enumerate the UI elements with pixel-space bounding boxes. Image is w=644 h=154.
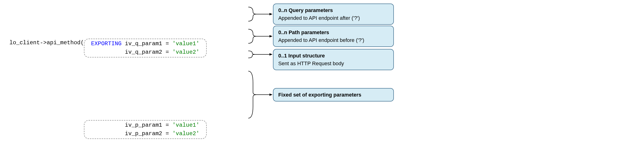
q-param2-value: 'value2' — [172, 49, 200, 55]
q-param1-value: 'value1' — [172, 41, 200, 47]
p-param1-value: 'value1' — [172, 122, 200, 128]
q-param2-name: iv_q_param2 — [125, 49, 162, 55]
callout-title: Fixed set of exporting parameters — [278, 91, 389, 99]
exporting-params-callout: Fixed set of exporting parameters — [273, 88, 394, 101]
p-param2-name: iv_p_param2 — [125, 130, 162, 137]
callout-subtitle: Appended to API endpoint after ('?') — [278, 14, 389, 22]
callout-column: 0..n Query parameters Appended to API en… — [247, 5, 394, 120]
svg-marker-1 — [270, 13, 272, 15]
method-call-prefix: lo_client->api_method( — [10, 39, 84, 57]
path-params-box: iv_p_param1 = 'value1' iv_p_param2 = 'va… — [84, 120, 207, 139]
svg-marker-5 — [270, 53, 272, 56]
q-param1-name: iv_q_param1 — [125, 41, 162, 47]
svg-marker-3 — [270, 35, 272, 38]
brace-connector — [247, 27, 273, 46]
code-column: lo_client->api_method( EXPORTING iv_q_pa… — [10, 5, 247, 154]
diagram-container: lo_client->api_method( EXPORTING iv_q_pa… — [10, 5, 634, 154]
callout-subtitle: Appended to API endpoint before ('?') — [278, 36, 389, 44]
p-param1-name: iv_p_param1 — [125, 122, 162, 128]
brace-connector — [247, 49, 273, 61]
path-params-callout: 0..n Path parameters Appended to API end… — [273, 26, 394, 47]
query-params-box: EXPORTING iv_q_param1 = 'value1' iv_q_pa… — [84, 39, 207, 57]
query-params-callout: 0..n Query parameters Appended to API en… — [273, 4, 394, 25]
p-param2-value: 'value2' — [172, 130, 200, 137]
callout-title: 0..n Query parameters — [278, 6, 389, 14]
callout-title: 0..1 Input structure — [278, 52, 389, 60]
exporting-keyword: EXPORTING — [88, 41, 125, 47]
callout-title: 0..n Path parameters — [278, 29, 389, 36]
brace-connector — [247, 69, 273, 120]
svg-marker-7 — [270, 93, 272, 96]
brace-connector — [247, 5, 273, 24]
